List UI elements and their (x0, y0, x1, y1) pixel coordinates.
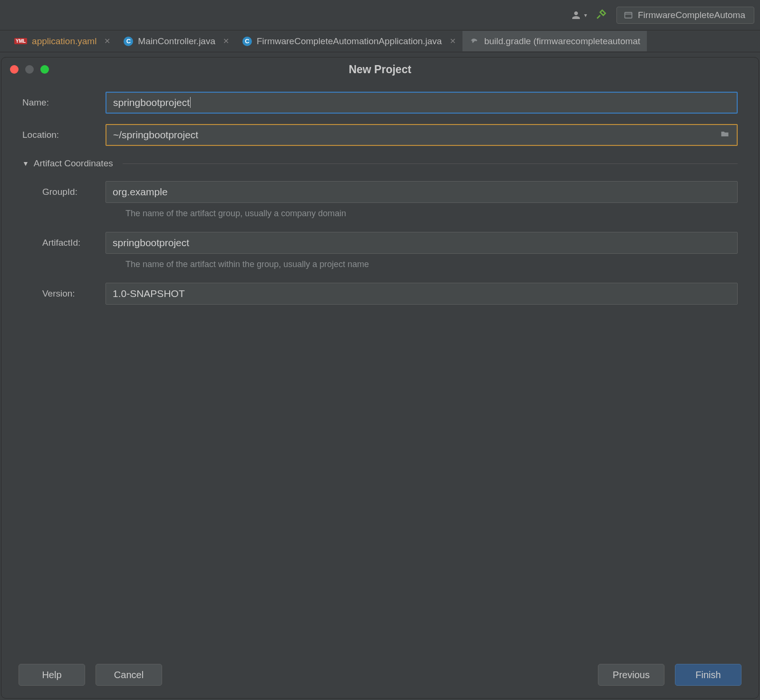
svg-rect-0 (625, 12, 632, 18)
dialog-content: Name: springbootproject Location: ~/spri… (1, 81, 759, 655)
dialog-button-bar: Help Cancel Previous Finish (1, 655, 759, 698)
groupid-value: org.example (113, 186, 168, 198)
window-icon (624, 10, 633, 20)
groupid-hint: The name of the artifact group, usually … (125, 209, 738, 219)
browse-folder-icon[interactable] (720, 129, 730, 141)
version-input[interactable]: 1.0-SNAPSHOT (106, 283, 738, 305)
close-icon[interactable]: ✕ (223, 37, 229, 46)
artifactid-label: ArtifactId: (42, 238, 106, 248)
location-input[interactable]: ~/springbootproject (106, 124, 738, 146)
gradle-icon (469, 35, 480, 48)
new-project-dialog: New Project Name: springbootproject Loca… (1, 57, 759, 699)
collapse-triangle-icon: ▼ (22, 160, 29, 167)
dialog-title: New Project (1, 63, 759, 76)
tab-label: MainController.java (138, 36, 215, 47)
previous-button[interactable]: Previous (598, 664, 664, 686)
version-value: 1.0-SNAPSHOT (113, 288, 185, 299)
editor-tabs: YML application.yaml ✕ C MainController.… (0, 30, 760, 52)
tab-label: application.yaml (32, 36, 96, 47)
close-icon[interactable]: ✕ (104, 37, 110, 46)
finish-button[interactable]: Finish (675, 664, 741, 686)
java-class-icon: C (242, 37, 252, 46)
version-label: Version: (42, 288, 106, 299)
tab-application-yaml[interactable]: YML application.yaml ✕ (8, 32, 117, 50)
yaml-icon: YML (14, 38, 27, 44)
run-configuration-selector[interactable]: FirmwareCompleteAutoma (616, 7, 754, 24)
tab-label: FirmwareCompleteAutomationApplication.ja… (257, 36, 442, 47)
section-title: Artifact Coordinates (34, 158, 113, 169)
artifactid-input[interactable]: springbootproject (106, 232, 738, 254)
user-icon[interactable]: ▾ (570, 10, 587, 21)
close-icon[interactable]: ✕ (450, 37, 456, 46)
version-row: Version: 1.0-SNAPSHOT (22, 283, 738, 305)
location-label: Location: (22, 130, 106, 140)
artifactid-row: ArtifactId: springbootproject (22, 232, 738, 254)
build-icon[interactable] (596, 8, 608, 22)
cancel-button[interactable]: Cancel (96, 664, 162, 686)
name-row: Name: springbootproject (22, 92, 738, 114)
location-row: Location: ~/springbootproject (22, 124, 738, 146)
tab-maincontroller[interactable]: C MainController.java ✕ (117, 32, 236, 50)
location-value: ~/springbootproject (113, 129, 198, 141)
artifact-coordinates-section[interactable]: ▼ Artifact Coordinates (22, 158, 738, 169)
artifactid-hint: The name of the artifact within the grou… (125, 259, 738, 269)
tab-firmware-app[interactable]: C FirmwareCompleteAutomationApplication.… (236, 32, 462, 50)
tab-label: build.gradle (firmwarecompleteautomat (484, 36, 640, 47)
groupid-row: GroupId: org.example (22, 181, 738, 203)
name-input[interactable]: springbootproject (106, 92, 738, 114)
dialog-titlebar: New Project (1, 58, 759, 81)
java-class-icon: C (124, 37, 133, 46)
top-toolbar: ▾ FirmwareCompleteAutoma (0, 0, 760, 30)
section-divider (123, 163, 738, 164)
name-value: springbootproject (113, 97, 190, 108)
name-label: Name: (22, 97, 106, 108)
artifactid-value: springbootproject (113, 237, 189, 249)
run-config-label: FirmwareCompleteAutoma (638, 10, 745, 20)
tab-build-gradle[interactable]: build.gradle (firmwarecompleteautomat (462, 31, 647, 51)
help-button[interactable]: Help (19, 664, 85, 686)
groupid-label: GroupId: (42, 187, 106, 197)
groupid-input[interactable]: org.example (106, 181, 738, 203)
